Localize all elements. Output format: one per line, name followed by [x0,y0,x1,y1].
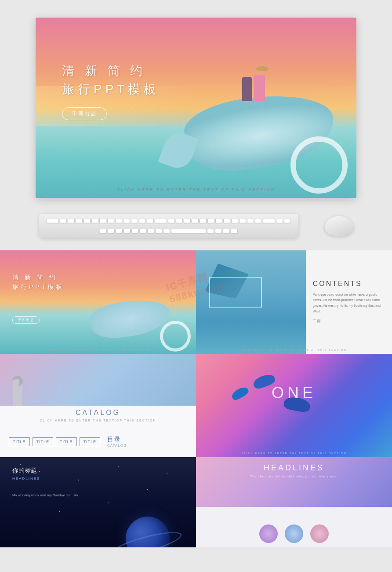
figure-2 [254,75,265,101]
slide-c-musub: CATALOG [107,444,127,447]
key [247,219,254,223]
slide-b-body: Put crepe bows round the white necks of … [313,292,385,314]
key [207,219,214,223]
hero-circle-deco [290,136,348,194]
slide-d-one: ONE [272,384,316,402]
slide-c-catalog: CATALOG [0,409,196,417]
slide-b: CONTENTS Put crepe bows round the white … [196,250,392,354]
key [139,229,146,233]
mouse [325,216,353,236]
deco-circle-1 [259,524,278,543]
slide-f-circles [196,524,392,543]
slide-b-panel: CONTENTS Put crepe bows round the white … [306,250,392,354]
slide-f-title: HEADLINES [196,463,392,473]
figure-1 [242,77,252,101]
spacebar [171,229,206,233]
key [123,229,131,233]
slide-e-body: My working week and my Sunday rest. My [12,492,78,499]
slide-b-bottom: CLICK HERE TO ENTER THE TEXT OF THIS SEC… [196,348,392,351]
key [263,219,275,223]
slide-e: 你的标题 HEADLINES My working week and my Su… [0,457,196,547]
key [223,219,230,223]
key [131,229,138,233]
peripheral-row [0,214,392,238]
key [116,229,123,233]
slide-d-bottom: CLICK HERE TO ENTER THE TEXT OF THIS SEC… [196,452,392,455]
slide-b-rect [209,277,262,308]
hero-title-line1: 清 新 简 约 [62,62,160,80]
slide-b-title: CONTENTS [313,280,385,288]
key [155,229,162,233]
key [163,229,170,233]
key [255,219,262,223]
hero-badge: 千库出品 [62,107,107,120]
slide-b-whale-img [196,250,306,354]
key [231,219,238,223]
key [107,219,114,223]
slide-e-title: 你的标题 [12,466,40,475]
key [47,219,59,223]
key [284,219,291,223]
slide-b-qian: 千库 [313,319,385,324]
key [100,229,107,233]
slide-e-sub: HEADLINES [12,476,40,481]
key [168,219,175,223]
deco-circle-3 [310,524,329,543]
key [108,229,115,233]
slide-c-top-img [0,354,196,406]
slide-a-circle [160,321,191,352]
slide-c-sublabel: CLICK HERE TO ENTER THE TEXT OF THIS SEC… [0,419,196,422]
key [200,219,207,223]
hero-slide: 清 新 简 约 旅行PPT模板 千库出品 CLICK HERE TO ENTER… [36,18,356,198]
slide-a-title: 清 新 简 约 旅行PPT模板 [12,272,64,292]
slide-a-title-l1: 清 新 简 约 [12,274,58,281]
key [83,219,91,223]
hero-title-line2: 旅行PPT模板 [62,80,160,99]
key [231,229,238,233]
slide-f-sub: The stars are not wanted now; put out ev… [196,475,392,478]
key [192,219,199,223]
key [99,219,106,223]
slide-a-badge: 千库出品 [12,316,40,324]
key [184,219,191,223]
slide-c-windmill [13,379,22,406]
key [223,229,230,233]
slide-grid-2: 你的标题 HEADLINES My working week and my Su… [0,457,392,547]
slide-d: ONE CLICK HERE TO ENTER THE TEXT OF THIS… [196,354,392,457]
key [147,229,154,233]
slide-a-title-l2: 旅行PPT模板 [12,283,64,290]
key [155,219,167,223]
hero-bottom-text: CLICK HERE TO ENTER THE TEXT OF THIS SEC… [36,187,356,192]
figure-hat [256,66,269,71]
key [276,219,283,223]
slide-grid-4: 清 新 简 约 旅行PPT模板 千库出品 CLICK HERE TO ENTER… [0,250,392,457]
key [131,219,138,223]
title-box-2: TITLE [33,437,54,446]
keyboard [39,214,298,238]
slide-c-mulu: 目录CATALOG [107,436,127,447]
slide-a-bottom: CLICK HERE TO ENTER THE TEXT OF THIS SEC… [0,348,196,351]
key [176,219,183,223]
key [91,219,98,223]
hero-figures [242,70,269,101]
slide-a: 清 新 简 约 旅行PPT模板 千库出品 CLICK HERE TO ENTER… [0,250,196,354]
slide-f-top: HEADLINES The stars are not wanted now; … [196,457,392,507]
key [76,219,83,223]
slide-c-blade [12,376,23,386]
hero-title-block: 清 新 简 约 旅行PPT模板 千库出品 [62,62,160,120]
slide-f: HEADLINES The stars are not wanted now; … [196,457,392,547]
key [115,219,122,223]
key [60,219,67,223]
title-box-1: TITLE [9,437,30,446]
title-box-4: TITLE [80,437,101,446]
key [139,219,146,223]
title-box-3: TITLE [56,437,77,446]
deco-circle-2 [285,524,303,543]
key [68,219,75,223]
slide-c: CATALOG CLICK HERE TO ENTER THE TEXT OF … [0,354,196,457]
slide-c-boxes: TITLE TITLE TITLE TITLE 目录CATALOG [9,436,170,447]
key [215,219,222,223]
key [215,229,222,233]
key [147,219,154,223]
key [123,219,130,223]
